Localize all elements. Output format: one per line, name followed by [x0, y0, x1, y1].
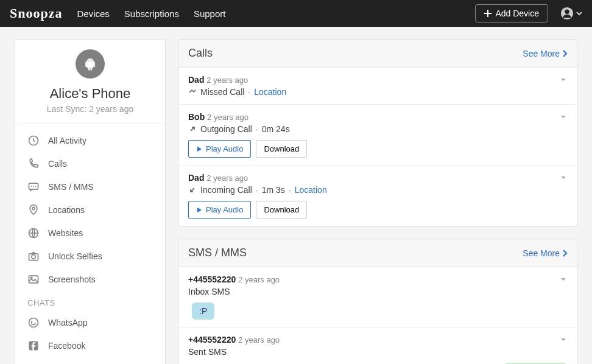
missed-call-icon — [188, 88, 197, 96]
call-type: Missed Call — [200, 87, 244, 97]
calls-see-more-link[interactable]: See More — [523, 49, 567, 58]
sidebar-item-label: Locations — [48, 205, 85, 215]
sms-from: +445552220 — [188, 335, 236, 345]
user-icon — [560, 7, 574, 20]
user-menu[interactable] — [560, 7, 582, 20]
call-contact-name: Dad — [188, 173, 204, 183]
call-type: Incoming Call — [200, 185, 252, 195]
sms-bubble-inbox: :P — [192, 303, 214, 320]
globe-icon — [27, 227, 40, 239]
sms-panel: SMS / MMS See More +445552220 2 years ag… — [178, 239, 577, 364]
nav-subscriptions[interactable]: Subscriptions — [124, 9, 179, 19]
phone-icon — [27, 158, 40, 170]
sms-type: Inbox SMS — [188, 287, 567, 296]
play-icon — [196, 207, 202, 213]
brand-logo: Snoopza — [10, 5, 62, 21]
calls-panel-title: Calls — [188, 47, 523, 60]
call-duration: 0m 24s — [262, 124, 290, 134]
add-device-label: Add Device — [495, 9, 539, 18]
call-time: 2 years ago — [206, 75, 248, 85]
sms-type: Sent SMS — [188, 347, 567, 357]
svg-point-2 — [88, 60, 89, 60]
plus-icon — [484, 10, 492, 17]
nav-support[interactable]: Support — [194, 9, 226, 19]
svg-point-9 — [32, 255, 36, 259]
sidebar-item-label: WhatsApp — [48, 318, 88, 327]
sidebar-item-websites[interactable]: Websites — [15, 222, 165, 245]
device-name: Alice's Phone — [15, 86, 165, 102]
sidebar-item-calls[interactable]: Calls — [15, 152, 165, 175]
sidebar-chats-section-label: CHATS — [15, 291, 165, 311]
calls-panel: Calls See More Dad 2 years ago Missed Ca… — [178, 39, 577, 226]
sidebar-item-label: Facebook — [48, 341, 85, 351]
chevron-right-icon — [562, 50, 567, 57]
svg-point-1 — [565, 10, 569, 14]
device-last-sync: Last Sync: 2 years ago — [15, 104, 165, 114]
svg-point-3 — [91, 60, 92, 60]
sms-icon — [27, 181, 40, 193]
item-menu-toggle[interactable] — [560, 76, 567, 83]
topbar: Snoopza Devices Subscriptions Support Ad… — [0, 0, 592, 27]
play-audio-button[interactable]: Play Audio — [188, 140, 251, 158]
camera-icon — [27, 250, 40, 262]
clock-icon — [27, 135, 40, 147]
sidebar-item-viber[interactable]: Viber — [15, 357, 165, 364]
call-time: 2 years ago — [206, 173, 248, 183]
play-audio-button[interactable]: Play Audio — [188, 201, 251, 219]
sidebar-item-label: All Activity — [48, 136, 86, 145]
call-time: 2 years ago — [207, 113, 248, 122]
sidebar-item-unlock-selfies[interactable]: Unlock Selfies — [15, 245, 165, 268]
sms-see-more-link[interactable]: See More — [523, 248, 567, 258]
sidebar-item-sms[interactable]: SMS / MMS — [15, 175, 165, 198]
call-location-link[interactable]: Location — [295, 185, 327, 195]
chevron-right-icon — [562, 250, 567, 257]
sidebar-item-label: Screenshots — [48, 275, 96, 284]
sms-time: 2 years ago — [238, 335, 280, 345]
sidebar-item-facebook[interactable]: Facebook — [15, 334, 165, 357]
item-menu-toggle[interactable] — [560, 276, 567, 283]
play-icon — [196, 146, 202, 152]
top-nav: Devices Subscriptions Support — [77, 9, 475, 19]
item-menu-toggle[interactable] — [560, 113, 567, 121]
download-button[interactable]: Download — [256, 201, 307, 219]
device-platform-icon — [76, 49, 105, 79]
call-item: Bob 2 years ago Outgoing Call · 0m 24s P… — [178, 105, 577, 166]
call-contact-name: Dad — [188, 75, 204, 85]
call-type: Outgoing Call — [200, 124, 252, 134]
sms-from: +445552220 — [188, 275, 236, 284]
sms-item: +445552220 2 years ago Inbox SMS :P — [178, 267, 577, 327]
download-button[interactable]: Download — [256, 140, 307, 158]
svg-point-6 — [32, 207, 35, 209]
sms-time: 2 years ago — [238, 275, 280, 284]
sidebar-item-all-activity[interactable]: All Activity — [15, 129, 165, 152]
sms-panel-title: SMS / MMS — [188, 247, 523, 259]
sidebar-item-label: Calls — [48, 159, 67, 169]
sidebar-item-label: Websites — [48, 228, 83, 238]
sidebar-item-locations[interactable]: Locations — [15, 198, 165, 222]
sidebar-item-label: Unlock Selfies — [48, 251, 102, 261]
facebook-icon — [27, 340, 40, 352]
svg-point-12 — [29, 318, 38, 327]
whatsapp-icon — [27, 317, 40, 329]
item-menu-toggle[interactable] — [560, 336, 567, 343]
call-item: Dad 2 years ago Missed Call · Location — [178, 68, 577, 105]
sidebar-item-whatsapp[interactable]: WhatsApp — [15, 311, 165, 334]
location-icon — [27, 204, 40, 216]
item-menu-toggle[interactable] — [560, 174, 567, 181]
sidebar-item-screenshots[interactable]: Screenshots — [15, 268, 165, 291]
nav-devices[interactable]: Devices — [77, 9, 109, 19]
image-icon — [27, 273, 40, 285]
sidebar-item-label: SMS / MMS — [48, 182, 94, 192]
call-contact-name: Bob — [188, 112, 205, 122]
call-item: Dad 2 years ago Incoming Call · 1m 3s · … — [178, 166, 577, 226]
outgoing-call-icon — [188, 125, 197, 133]
svg-point-11 — [30, 277, 32, 279]
call-duration: 1m 3s — [262, 185, 285, 195]
sms-item: +445552220 2 years ago Sent SMS It's ver… — [178, 327, 577, 364]
add-device-button[interactable]: Add Device — [475, 4, 548, 23]
call-location-link[interactable]: Location — [254, 87, 286, 97]
incoming-call-icon — [188, 186, 197, 194]
sidebar: Alice's Phone Last Sync: 2 years ago All… — [15, 39, 166, 364]
caret-down-icon — [576, 10, 582, 16]
